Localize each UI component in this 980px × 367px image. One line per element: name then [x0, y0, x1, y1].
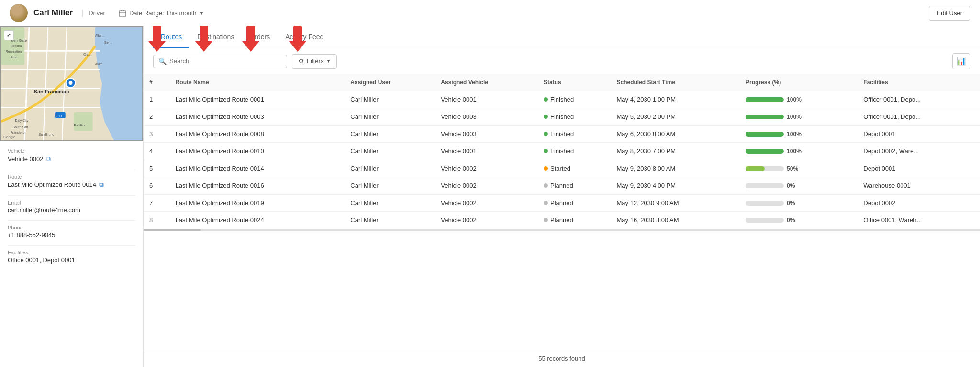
tab-destinations[interactable]: Destinations [189, 26, 242, 48]
cell-facilities: Depot 0001 [858, 160, 980, 177]
status-text: Started [550, 165, 570, 172]
scrollbar-thumb[interactable] [144, 229, 201, 231]
progress-pct: 0% [787, 217, 801, 224]
cell-num: 5 [144, 160, 170, 177]
table-row[interactable]: 3 Last Mile Optimized Route 0008 Carl Mi… [144, 126, 980, 143]
chart-icon-button[interactable]: 📊 [952, 53, 970, 69]
cell-route-name: Last Mile Optimized Route 0016 [170, 177, 345, 195]
status-dot [544, 166, 548, 171]
cell-assigned-vehicle: Vehicle 0003 [435, 108, 538, 126]
cell-facilities: Officer 0001, Depo... [858, 108, 980, 126]
progress-bar-bg [746, 97, 784, 102]
cell-status: Planned [538, 212, 611, 229]
status-text: Finished [550, 113, 574, 120]
svg-text:Albe...: Albe... [95, 34, 105, 37]
status-text: Planned [550, 199, 573, 206]
tab-orders[interactable]: Orders [242, 26, 278, 48]
cell-num: 1 [144, 91, 170, 108]
cell-progress: 0% [740, 212, 858, 229]
col-facilities[interactable]: Facilities [858, 74, 980, 91]
vehicle-label: Vehicle [8, 148, 135, 154]
cell-facilities: Office 0001, Wareh... [858, 212, 980, 229]
progress-pct: 100% [787, 96, 802, 103]
search-box[interactable]: 🔍 [153, 55, 287, 68]
svg-text:Pacifica: Pacifica [74, 124, 85, 127]
progress-bar-bg [746, 184, 784, 188]
phone-section: Phone +1 888-552-9045 [8, 225, 135, 239]
date-range-picker[interactable]: Date Range: This month ▼ [119, 9, 204, 17]
col-assigned-vehicle[interactable]: Assigned Vehicle [435, 74, 538, 91]
tab-routes[interactable]: Routes [153, 26, 189, 48]
table-row[interactable]: 6 Last Mile Optimized Route 0016 Carl Mi… [144, 177, 980, 195]
progress-pct: 100% [787, 114, 802, 120]
progress-bar-fill [746, 166, 765, 171]
cell-progress: 100% [740, 143, 858, 160]
svg-text:Oa...: Oa... [83, 52, 91, 57]
table-row[interactable]: 2 Last Mile Optimized Route 0003 Carl Mi… [144, 108, 980, 126]
status-dot [544, 149, 548, 153]
col-num: # [144, 74, 170, 91]
facilities-value: Office 0001, Depot 0001 [8, 256, 135, 264]
cell-assigned-user: Carl Miller [345, 160, 435, 177]
cell-assigned-user: Carl Miller [345, 143, 435, 160]
vehicle-section: Vehicle Vehicle 0002 ⧉ [8, 148, 135, 163]
vehicle-link-icon[interactable]: ⧉ [46, 155, 51, 163]
cell-num: 7 [144, 195, 170, 212]
right-panel: Routes Destinations Orders Activity Feed… [144, 26, 980, 367]
cell-start-time: May 12, 2030 9:00 AM [611, 195, 740, 212]
col-progress[interactable]: Progress (%) [740, 74, 858, 91]
table-row[interactable]: 4 Last Mile Optimized Route 0010 Carl Mi… [144, 143, 980, 160]
table-row[interactable]: 5 Last Mile Optimized Route 0014 Carl Mi… [144, 160, 980, 177]
cell-status: Finished [538, 91, 611, 108]
progress-bar-fill [746, 149, 784, 154]
col-start-time[interactable]: Scheduled Start Time [611, 74, 740, 91]
svg-text:San Bruno: San Bruno [39, 133, 55, 136]
progress-bar-bg [746, 115, 784, 119]
table-row[interactable]: 8 Last Mile Optimized Route 0024 Carl Mi… [144, 212, 980, 229]
table-row[interactable]: 1 Last Mile Optimized Route 0001 Carl Mi… [144, 91, 980, 108]
cell-start-time: May 9, 2030 8:00 AM [611, 160, 740, 177]
cell-progress: 0% [740, 177, 858, 195]
cell-facilities: Depot 0002 [858, 195, 980, 212]
cell-start-time: May 6, 2030 8:00 AM [611, 126, 740, 143]
edit-user-button[interactable]: Edit User [929, 6, 970, 21]
svg-rect-0 [119, 11, 126, 16]
table-header-row: # Route Name Assigned User Assigned Vehi… [144, 74, 980, 91]
map-expand-button[interactable]: ⤢ [4, 30, 14, 40]
cell-route-name: Last Mile Optimized Route 0024 [170, 212, 345, 229]
cell-start-time: May 16, 2030 8:00 AM [611, 212, 740, 229]
horizontal-scrollbar[interactable] [144, 229, 980, 231]
user-role: Driver [82, 10, 105, 17]
email-section: Email carl.miller@route4me.com [8, 200, 135, 214]
user-name: Carl Miller [33, 8, 73, 18]
table-row[interactable]: 7 Last Mile Optimized Route 0019 Carl Mi… [144, 195, 980, 212]
cell-assigned-vehicle: Vehicle 0002 [435, 195, 538, 212]
search-input[interactable] [169, 57, 282, 65]
info-panel: Vehicle Vehicle 0002 ⧉ Route Last Mile O… [0, 141, 143, 367]
route-link-icon[interactable]: ⧉ [99, 181, 104, 189]
cell-progress: 50% [740, 160, 858, 177]
filter-button[interactable]: ⚙ Filters ▼ [292, 54, 337, 69]
status-text: Planned [550, 217, 573, 224]
cell-assigned-vehicle: Vehicle 0002 [435, 212, 538, 229]
svg-text:San Francisco: San Francisco [34, 89, 69, 94]
cell-num: 2 [144, 108, 170, 126]
cell-progress: 0% [740, 195, 858, 212]
date-range-label: Date Range: This month [129, 10, 197, 17]
svg-text:280: 280 [56, 114, 62, 118]
cell-status: Planned [538, 177, 611, 195]
svg-text:Area: Area [11, 56, 18, 59]
col-route-name[interactable]: Route Name [170, 74, 345, 91]
col-status[interactable]: Status [538, 74, 611, 91]
cell-route-name: Last Mile Optimized Route 0008 [170, 126, 345, 143]
filter-chevron-icon: ▼ [326, 58, 331, 64]
routes-table: # Route Name Assigned User Assigned Vehi… [144, 74, 980, 229]
tab-activity-feed[interactable]: Activity Feed [278, 26, 331, 48]
cell-assigned-vehicle: Vehicle 0001 [435, 143, 538, 160]
progress-pct: 0% [787, 200, 801, 206]
email-label: Email [8, 200, 135, 206]
col-assigned-user[interactable]: Assigned User [345, 74, 435, 91]
filter-icon: ⚙ [298, 57, 304, 65]
progress-bar-bg [746, 201, 784, 206]
left-panel: Iden Gate National Recreation Area San F… [0, 26, 144, 367]
